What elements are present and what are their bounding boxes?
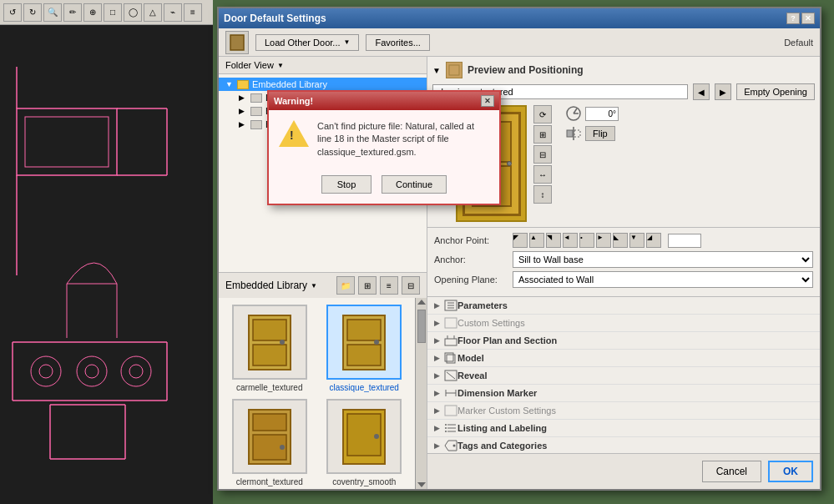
param-row-parameters[interactable]: ▶ Parameters (427, 297, 820, 315)
anchor-btn-mr[interactable]: ► (596, 233, 611, 248)
ok-button[interactable]: OK (768, 461, 813, 482)
thumb-img-classique (326, 305, 402, 380)
continue-button[interactable]: Continue (382, 175, 447, 194)
scroll-down-arrow[interactable] (417, 482, 426, 487)
view-btn-2[interactable]: ⊞ (358, 276, 377, 295)
warning-close-btn[interactable]: ✕ (481, 95, 494, 107)
toolbar-btn-9[interactable]: ⌁ (164, 3, 182, 22)
thumb-item-carmelle[interactable]: carmelle_textured (225, 305, 314, 392)
svg-point-70 (453, 445, 456, 447)
library-select-arrow: ▼ (311, 282, 317, 290)
svg-rect-1 (25, 117, 109, 167)
ctrl-btn-1[interactable]: ⟳ (533, 105, 552, 123)
anchor-btn-mc[interactable]: • (579, 233, 594, 248)
anchor-angle-input[interactable] (668, 234, 701, 248)
dialog-bottom: Cancel OK (427, 453, 820, 489)
toolbar-btn-5[interactable]: ⊕ (83, 3, 102, 22)
preview-title: Preview and Positioning (468, 64, 815, 76)
close-btn[interactable]: ✕ (801, 13, 815, 24)
ctrl-btn-4[interactable]: ↔ (533, 165, 552, 184)
view-btn-1[interactable]: 📁 (336, 276, 355, 295)
angle-input[interactable] (585, 107, 619, 121)
opening-plane-select[interactable]: Associated to Wall (513, 271, 813, 288)
tree-header: Folder View ▼ (219, 57, 427, 74)
toolbar-btn-4[interactable]: ✏ (63, 3, 82, 22)
preview-header: ▼ Preview and Positioning (432, 62, 815, 78)
toolbar-btn-8[interactable]: △ (144, 3, 162, 22)
ctrl-btn-2[interactable]: ⊞ (533, 125, 552, 144)
thumb-item-classique[interactable]: classique_textured (321, 305, 409, 392)
svg-rect-31 (347, 345, 381, 365)
thumb-item-clermont[interactable]: clermont_textured (225, 399, 314, 486)
prev-btn[interactable]: ◀ (693, 83, 710, 100)
param-label-marker-custom: Marker Custom Settings (457, 406, 813, 416)
view-btn-4[interactable]: ⊟ (402, 276, 420, 295)
anchor-btn-tr[interactable]: ◥ (546, 233, 561, 248)
param-row-listing[interactable]: ▶ Listing and Labeling (427, 420, 820, 437)
anchor-buttons: ◤ ▲ ◥ ◄ • ► ◣ ▼ ◢ (513, 233, 661, 248)
toolbar-btn-1[interactable]: ↺ (3, 3, 22, 22)
param-row-reveal[interactable]: ▶ Reveal (427, 367, 820, 385)
anchor-btn-tc[interactable]: ▲ (529, 233, 544, 248)
embedded-lib-label: Embedded Library (252, 79, 327, 89)
minimize-btn[interactable]: ? (786, 13, 800, 24)
param-row-model[interactable]: ▶ Model (427, 350, 820, 367)
tags-icon (444, 440, 457, 451)
model-icon (444, 352, 457, 364)
thumb-scrollbar[interactable] (415, 298, 427, 489)
stop-button[interactable]: Stop (321, 175, 372, 194)
flip-button[interactable]: Flip (585, 126, 615, 141)
toolbar-btn-10[interactable]: ≡ (184, 3, 202, 22)
svg-rect-24 (230, 35, 244, 50)
anchor-point-label: Anchor Point: (434, 235, 509, 245)
next-btn[interactable]: ▶ (715, 83, 731, 100)
param-row-tags[interactable]: ▶ Tags and Categories (427, 437, 820, 453)
warning-title: Warning! (274, 96, 313, 106)
thumb-img-clermont (232, 399, 307, 474)
anchor-btn-ml[interactable]: ◄ (563, 233, 578, 248)
scroll-thumb[interactable] (417, 310, 426, 343)
empty-opening-button[interactable]: Empty Opening (736, 83, 815, 100)
param-expand-3: ▶ (434, 336, 444, 345)
view-btn-3[interactable]: ≡ (380, 276, 398, 295)
toolbar-btn-2[interactable]: ↻ (23, 3, 42, 22)
toolbar-btn-3[interactable]: 🔍 (43, 3, 62, 22)
cad-canvas (0, 25, 213, 504)
param-label-parameters: Parameters (457, 300, 813, 310)
tree-item-embedded[interactable]: ▼ Embedded Library (219, 78, 427, 91)
dialog-titlebar: Door Default Settings ? ✕ (219, 8, 820, 28)
anchor-btn-bl[interactable]: ◣ (613, 233, 628, 248)
cancel-button[interactable]: Cancel (702, 461, 761, 482)
warning-buttons: Stop Continue (269, 169, 499, 204)
param-label-reveal: Reveal (457, 370, 813, 381)
warning-message: Can't find picture file: Natural, called… (317, 120, 489, 159)
toolbar-btn-6[interactable]: □ (104, 3, 122, 22)
svg-point-12 (129, 365, 143, 378)
thumb-label-coventry: coventry_smooth (332, 477, 396, 486)
ctrl-btn-3[interactable]: ⊟ (533, 145, 552, 164)
load-door-button[interactable]: Load Other Door... ▼ (255, 34, 359, 51)
thumb-item-coventry[interactable]: coventry_smooth (321, 399, 409, 486)
param-label-dimension: Dimension Marker (457, 388, 813, 398)
thumb-img-carmelle (232, 305, 307, 380)
param-row-custom[interactable]: ▶ Custom Settings (427, 315, 820, 332)
svg-rect-45 (574, 130, 580, 137)
param-row-floor[interactable]: ▶ Floor Plan and Section (427, 332, 820, 350)
anchor-section: Anchor Point: ◤ ▲ ◥ ◄ • ► ◣ ▼ ◢ (427, 228, 820, 297)
scroll-up-arrow[interactable] (417, 300, 426, 305)
bim-icon (250, 107, 262, 116)
ctrl-btn-5[interactable]: ↕ (533, 185, 552, 204)
anchor-btn-tl[interactable]: ◤ (513, 233, 528, 248)
preview-collapse[interactable]: ▼ (432, 66, 441, 75)
anchor-btn-bc[interactable]: ▼ (629, 233, 644, 248)
toolbar-btn-7[interactable]: ◯ (124, 3, 142, 22)
library-bar: Embedded Library ▼ 📁 ⊞ ≡ ⊟ (219, 272, 427, 298)
right-preview-controls: ⟳ ⊞ ⊟ ↔ ↕ (533, 105, 552, 204)
param-row-marker-custom[interactable]: ▶ Marker Custom Settings (427, 402, 820, 420)
anchor-select[interactable]: Sill to Wall base (513, 251, 813, 268)
warning-icon-wrap (279, 120, 309, 150)
favorites-button[interactable]: Favorites... (366, 34, 429, 51)
param-row-dimension[interactable]: ▶ Dimension Marker (427, 385, 820, 402)
anchor-btn-br[interactable]: ◢ (646, 233, 661, 248)
angle-row (565, 105, 619, 122)
